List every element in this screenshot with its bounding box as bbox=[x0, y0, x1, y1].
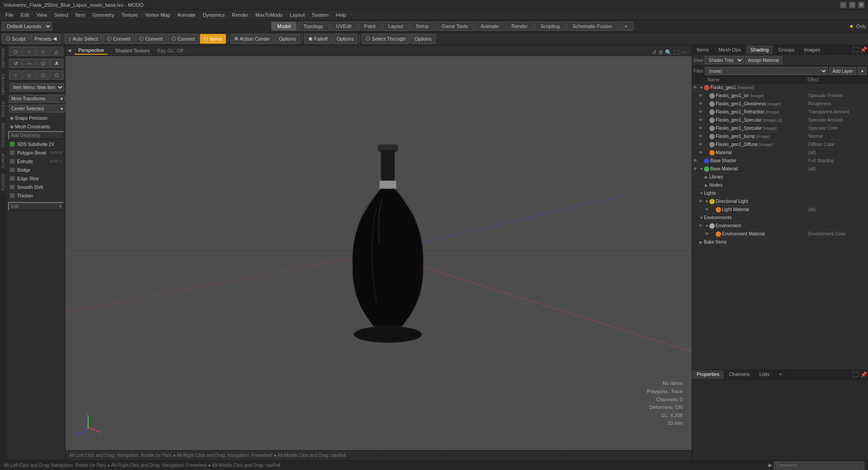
falloff-button[interactable]: ◉ Falloff bbox=[304, 34, 332, 44]
extrude-button[interactable]: Extrude Shift+X bbox=[8, 157, 64, 165]
action-center-button[interactable]: ⊕ Action Center bbox=[230, 34, 274, 44]
item-menu-dropdown[interactable]: Item Menu: New Item bbox=[10, 83, 64, 91]
tree-item-light-material[interactable]: 👁 Light Material (all) bbox=[692, 206, 868, 214]
tool-icon-7[interactable]: ⬡ bbox=[37, 59, 50, 68]
tab-layout[interactable]: Layout bbox=[382, 22, 409, 31]
bridge-button[interactable]: Bridge bbox=[8, 166, 64, 174]
eye-icon-4[interactable]: 👁 bbox=[698, 109, 705, 114]
viewport-search-icon[interactable]: 🔍 bbox=[665, 49, 672, 56]
more-transforms-button[interactable]: More Transforms ▾ bbox=[9, 95, 65, 103]
tree-item-environment[interactable]: 👁 ▼ Environment bbox=[692, 222, 868, 230]
tool-icon-4[interactable]: △ bbox=[50, 47, 63, 56]
viewport-tab-shaded[interactable]: Shaded Texture bbox=[111, 47, 153, 54]
tab-animate[interactable]: Animate bbox=[475, 22, 505, 31]
tool-icon-11[interactable]: ⬡ bbox=[37, 70, 50, 80]
eye-icon-16[interactable]: 👁 bbox=[705, 207, 711, 212]
side-tab-fusion[interactable]: Fusion bbox=[0, 171, 7, 193]
options-button-3[interactable]: Options bbox=[410, 34, 436, 44]
tree-item-base-material[interactable]: 👁 ▼ Base Material (all) bbox=[692, 165, 868, 173]
tree-item-material[interactable]: 👁 Material (all) bbox=[692, 149, 868, 157]
properties-tab[interactable]: Properties bbox=[692, 370, 724, 379]
viewport-rotate-icon[interactable]: ↺ bbox=[652, 49, 656, 56]
menu-vertex-map[interactable]: Vertex Map bbox=[142, 11, 174, 19]
menu-select[interactable]: Select bbox=[51, 11, 72, 19]
menu-maxtomodo[interactable]: MaxToModo bbox=[252, 11, 286, 19]
sds-subdivide-button[interactable]: SDS Subdivide 2X bbox=[8, 140, 64, 148]
viewport-tab-perspective[interactable]: Perspective bbox=[75, 47, 108, 55]
add-layer-button[interactable]: Add Layer bbox=[829, 67, 856, 75]
tab-setup[interactable]: Setup bbox=[410, 22, 435, 31]
expand-icon-13[interactable]: ▶ bbox=[705, 183, 709, 188]
tool-icon-1[interactable]: ⬡ bbox=[9, 47, 22, 56]
menu-system[interactable]: System bbox=[308, 11, 332, 19]
tree-item-bump[interactable]: 👁 Flasks_geo1_bump [Image] Normal bbox=[692, 132, 868, 141]
viewport-more-icon[interactable]: ⋯ bbox=[681, 49, 686, 56]
tab-game-tools[interactable]: Game Tools bbox=[435, 22, 474, 31]
eye-icon-15[interactable]: 👁 bbox=[698, 199, 705, 204]
menu-item[interactable]: Item bbox=[72, 11, 89, 19]
tool-icon-5[interactable]: ↺ bbox=[9, 59, 22, 68]
menu-edit[interactable]: Edit bbox=[17, 11, 33, 19]
select-through-button[interactable]: ⬡ Select Through bbox=[362, 34, 409, 44]
tool-icon-2[interactable]: ○ bbox=[23, 47, 36, 56]
right-panel-pin-btn[interactable]: 📌 bbox=[860, 46, 867, 53]
viewport-arrow-back[interactable]: ◀ bbox=[67, 47, 71, 53]
filter-dropdown[interactable]: (none) bbox=[705, 67, 828, 75]
eye-icon-2[interactable]: 👁 bbox=[698, 93, 705, 98]
bottom-pin-btn[interactable]: 📌 bbox=[860, 371, 867, 378]
convert-button-3[interactable]: ⬡ Convert bbox=[168, 34, 199, 44]
edit-section-button[interactable]: Edit ▾ bbox=[8, 202, 64, 211]
eye-icon-5[interactable]: 👁 bbox=[698, 118, 705, 122]
close-button[interactable]: ✕ bbox=[858, 2, 864, 8]
minimize-button[interactable]: ─ bbox=[840, 2, 846, 8]
tree-item-specular2[interactable]: 👁 Flasks_geo1_Specular [Image] [2] Specu… bbox=[692, 116, 868, 124]
right-tab-mesh-ops[interactable]: Mesh Ops bbox=[714, 45, 746, 54]
view-dropdown[interactable]: Shader Tree bbox=[705, 56, 744, 64]
items-button[interactable]: ⬡ Items bbox=[200, 34, 226, 44]
side-tab-deform[interactable]: Deform bbox=[0, 45, 7, 70]
menu-view[interactable]: View bbox=[33, 11, 51, 19]
side-tab-polygons[interactable]: Polygons bbox=[0, 119, 7, 150]
tool-icon-10[interactable]: □ bbox=[23, 70, 36, 80]
star-button[interactable]: ★ bbox=[849, 23, 854, 29]
expand-icon-17[interactable]: ▼ bbox=[699, 216, 704, 220]
tree-item-environments[interactable]: ▼ Environments bbox=[692, 214, 868, 222]
tree-item-lights[interactable]: ▼ Lights bbox=[692, 189, 868, 197]
smooth-shift-button[interactable]: Smooth Shift bbox=[8, 183, 64, 191]
command-input[interactable] bbox=[774, 461, 864, 470]
expand-icon-1[interactable]: ▼ bbox=[699, 85, 704, 90]
maximize-button[interactable]: □ bbox=[849, 2, 855, 8]
tool-icon-8[interactable]: A bbox=[50, 59, 63, 68]
thicken-button[interactable]: Thicken bbox=[8, 192, 64, 200]
shader-tree[interactable]: 👁 ▼ Flasks_geo1 [Material] 👁 Flasks_geo1… bbox=[692, 84, 868, 370]
eye-icon-10[interactable]: 👁 bbox=[693, 158, 699, 163]
layout-dropdown[interactable]: Default Layouts bbox=[2, 22, 52, 31]
tool-icon-12[interactable]: ⬡ bbox=[50, 70, 63, 80]
title-bar-controls[interactable]: ─ □ ✕ bbox=[840, 2, 864, 8]
assign-material-button[interactable]: Assign Material bbox=[745, 56, 782, 64]
eye-icon-3[interactable]: 👁 bbox=[698, 101, 705, 106]
tool-icon-6[interactable]: ↔ bbox=[23, 59, 36, 68]
tree-item-diffuse[interactable]: 👁 Flasks_geo1_Diffuse [Image] Diffuse Co… bbox=[692, 141, 868, 149]
menu-dynamics[interactable]: Dynamics bbox=[199, 11, 228, 19]
tree-item-bake-items[interactable]: ▶ Bake Items bbox=[692, 238, 868, 246]
options-button-2[interactable]: Options bbox=[332, 34, 358, 44]
eye-icon-7[interactable]: 👁 bbox=[698, 134, 705, 139]
tab-topology[interactable]: Topology bbox=[297, 22, 329, 31]
tab-schematic[interactable]: Schematic Fusion bbox=[566, 22, 618, 31]
only-label[interactable]: Only bbox=[856, 24, 866, 29]
tab-uvedit[interactable]: UVEdit bbox=[330, 22, 357, 31]
expand-icon-12[interactable]: ▶ bbox=[705, 175, 709, 179]
expand-icon-14[interactable]: ▼ bbox=[699, 191, 704, 196]
tree-item-nodes[interactable]: ▶ Nodes bbox=[692, 181, 868, 189]
add-geometry-button[interactable]: Add Geometry bbox=[8, 131, 64, 140]
eye-icon-8[interactable]: 👁 bbox=[698, 142, 705, 147]
right-tab-images[interactable]: Images bbox=[800, 45, 826, 54]
viewport-canvas[interactable]: No Items Polygons : Face Channels: 0 Def… bbox=[66, 56, 692, 450]
viewport-expand-icon[interactable]: ⛶ bbox=[674, 49, 679, 56]
eye-icon-11[interactable]: 👁 bbox=[693, 166, 699, 171]
tab-paint[interactable]: Paint bbox=[359, 22, 382, 31]
tool-icon-9[interactable]: ○ bbox=[9, 70, 22, 80]
side-tab-vertices[interactable]: Vertices bbox=[0, 70, 7, 98]
eye-icon-9[interactable]: 👁 bbox=[698, 150, 705, 155]
